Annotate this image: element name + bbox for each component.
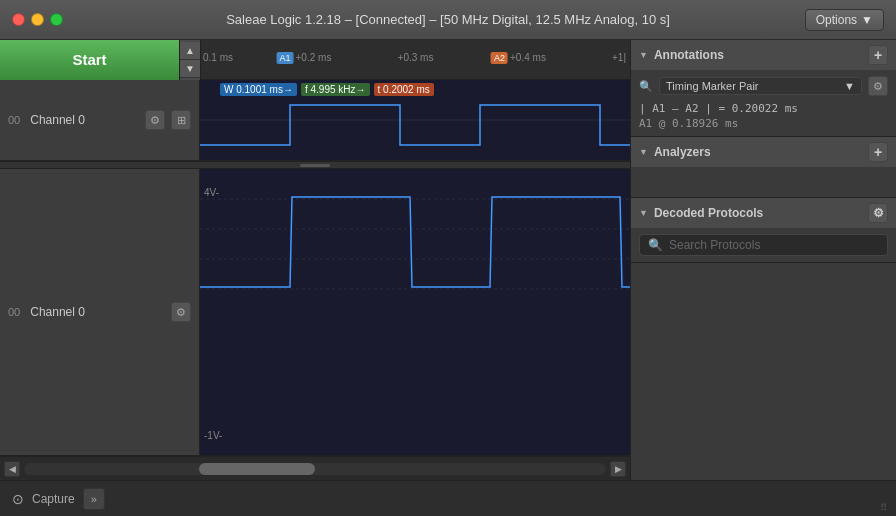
scroll-track[interactable] xyxy=(24,463,606,475)
analyzers-title: Analyzers xyxy=(654,145,711,159)
close-button[interactable] xyxy=(12,13,25,26)
timing-marker-row: 🔍 Timing Marker Pair ▼ ⚙ xyxy=(639,76,888,96)
arrow-down-button[interactable]: ▼ xyxy=(180,60,200,78)
left-panel: Start ▲ ▼ 0.1 ms A1+0.2 ms +0.3 ms A2+0.… xyxy=(0,40,630,480)
decoded-protocols-header: ▼ Decoded Protocols ⚙ xyxy=(631,198,896,228)
analog-waveform xyxy=(200,169,630,455)
search-protocols-input[interactable] xyxy=(669,238,879,252)
width-marker: W 0.1001 ms→ xyxy=(220,83,297,96)
channels-area: 00 Channel 0 ⚙ ⊞ W 0.1001 ms→ f 4.995 kH… xyxy=(0,80,630,456)
resize-divider[interactable] xyxy=(0,161,630,169)
channel-0-label: 00 Channel 0 ⚙ ⊞ xyxy=(0,80,200,160)
start-arrows: ▲ ▼ xyxy=(180,40,201,80)
resize-handle[interactable]: ⠿ xyxy=(880,502,892,514)
digital-channel-row: 00 Channel 0 ⚙ ⊞ W 0.1001 ms→ f 4.995 kH… xyxy=(0,80,630,161)
analog-signal-area: 4V- -1V- xyxy=(200,169,630,455)
scroll-left-button[interactable]: ◀ xyxy=(4,461,20,477)
traffic-lights xyxy=(12,13,63,26)
search-icon: 🔍 xyxy=(648,238,663,252)
options-button[interactable]: Options ▼ xyxy=(805,9,884,31)
minimize-button[interactable] xyxy=(31,13,44,26)
annotations-section: ▼ Annotations + 🔍 Timing Marker Pair ▼ ⚙… xyxy=(631,40,896,137)
right-panel: ▼ Annotations + 🔍 Timing Marker Pair ▼ ⚙… xyxy=(630,40,896,480)
analyzers-section: ▼ Analyzers + xyxy=(631,137,896,198)
timing-marker-dropdown[interactable]: Timing Marker Pair ▼ xyxy=(659,77,862,95)
annotations-title: Annotations xyxy=(654,48,724,62)
start-button[interactable]: Start xyxy=(0,40,180,80)
analyzers-header: ▼ Analyzers + xyxy=(631,137,896,167)
freq-marker: f 4.995 kHz→ xyxy=(301,83,370,96)
window-title: Saleae Logic 1.2.18 – [Connected] – [50 … xyxy=(226,12,670,27)
main-layout: Start ▲ ▼ 0.1 ms A1+0.2 ms +0.3 ms A2+0.… xyxy=(0,40,896,480)
analog-channel-row: 00 Channel 0 ⚙ 4V- -1V- xyxy=(0,169,630,456)
analyzers-content xyxy=(631,167,896,197)
titlebar: Saleae Logic 1.2.18 – [Connected] – [50 … xyxy=(0,0,896,40)
timing-filter-icon: 🔍 xyxy=(639,80,653,93)
channel-0-plus[interactable]: ⊞ xyxy=(171,110,191,130)
annotations-add-button[interactable]: + xyxy=(868,45,888,65)
annotations-content: 🔍 Timing Marker Pair ▼ ⚙ | A1 – A2 | = 0… xyxy=(631,70,896,136)
annotations-header: ▼ Annotations + xyxy=(631,40,896,70)
arrow-up-button[interactable]: ▲ xyxy=(180,42,200,60)
marker-position: A1 @ 0.18926 ms xyxy=(639,117,888,130)
statusbar: ⊙ Capture » ⠿ xyxy=(0,480,896,516)
marker-formula: | A1 – A2 | = 0.20022 ms xyxy=(639,102,888,115)
time-marker: t 0.2002 ms xyxy=(374,83,434,96)
decoded-protocols-section: ▼ Decoded Protocols ⚙ 🔍 xyxy=(631,198,896,263)
channel-1-gear[interactable]: ⚙ xyxy=(171,302,191,322)
channel-1-label: 00 Channel 0 ⚙ xyxy=(0,169,200,455)
maximize-button[interactable] xyxy=(50,13,63,26)
timing-gear-button[interactable]: ⚙ xyxy=(868,76,888,96)
scrollbar-area: ◀ ▶ xyxy=(0,456,630,480)
decoded-protocols-title: Decoded Protocols xyxy=(654,206,763,220)
scroll-thumb[interactable] xyxy=(199,463,315,475)
digital-signal-area: W 0.1001 ms→ f 4.995 kHz→ t 0.2002 ms xyxy=(200,80,630,160)
channel-0-gear[interactable]: ⚙ xyxy=(145,110,165,130)
capture-icon: ⊙ xyxy=(12,491,24,507)
analyzers-add-button[interactable]: + xyxy=(868,142,888,162)
scroll-right-button[interactable]: ▶ xyxy=(610,461,626,477)
decoded-protocols-gear[interactable]: ⚙ xyxy=(868,203,888,223)
toolbar: Start ▲ ▼ 0.1 ms A1+0.2 ms +0.3 ms A2+0.… xyxy=(0,40,630,80)
search-protocols-box[interactable]: 🔍 xyxy=(639,234,888,256)
decoded-protocols-content: 🔍 xyxy=(631,228,896,262)
capture-label: Capture xyxy=(32,492,75,506)
forward-button[interactable]: » xyxy=(83,488,105,510)
